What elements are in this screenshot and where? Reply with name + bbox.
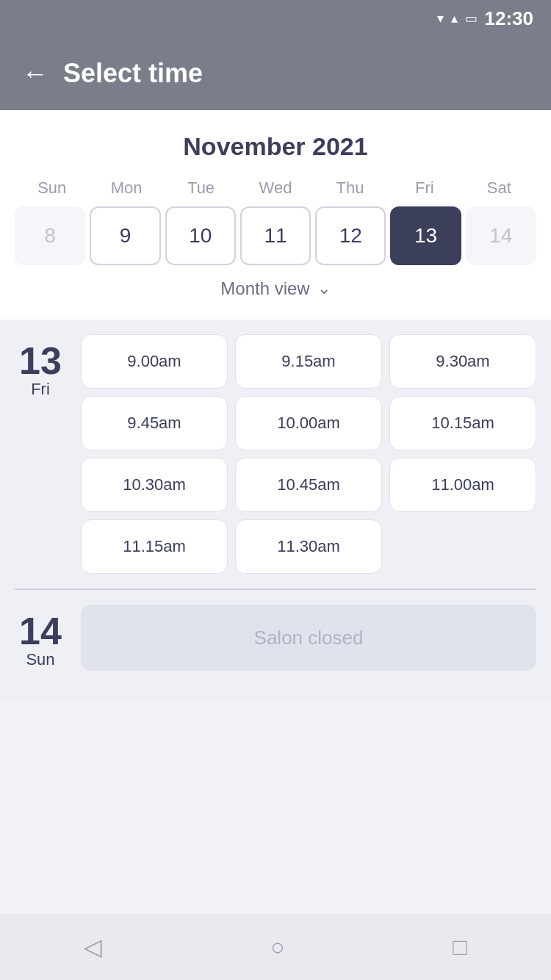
page-title: Select time (63, 58, 203, 89)
time-section: 13 Fri 9.00am 9.15am 9.30am 9.45am 10.00… (0, 320, 551, 700)
bottom-nav: ◁ ○ □ (0, 914, 551, 980)
battery-icon: ▭ (465, 10, 478, 26)
day-block-14: 14 Sun Salon closed (15, 605, 536, 671)
slot-930am[interactable]: 9.30am (389, 334, 536, 389)
day-10[interactable]: 10 (165, 206, 236, 265)
slot-1045am[interactable]: 10.45am (235, 458, 382, 512)
recent-nav-icon[interactable]: □ (453, 934, 467, 961)
weekday-mon: Mon (89, 179, 163, 198)
day-name-13: Fri (31, 380, 50, 399)
slot-1000am[interactable]: 10.00am (235, 396, 382, 450)
calendar-section: November 2021 Sun Mon Tue Wed Thu Fri Sa… (0, 110, 551, 320)
wifi-icon: ▾ (437, 10, 444, 26)
weekday-tue: Tue (164, 179, 238, 198)
back-button[interactable]: ← (22, 60, 48, 87)
day-label-14: 14 Sun (15, 605, 66, 671)
slot-1115am[interactable]: 11.15am (81, 519, 228, 574)
slot-915am[interactable]: 9.15am (235, 334, 382, 389)
status-bar: ▾ ▴ ▭ 12:30 (0, 0, 551, 37)
weekday-fri: Fri (387, 179, 461, 198)
month-year-title: November 2021 (15, 132, 536, 161)
slot-1130am[interactable]: 11.30am (235, 519, 382, 574)
day-12[interactable]: 12 (315, 206, 386, 265)
day-9[interactable]: 9 (90, 206, 160, 265)
app-header: ← Select time (0, 37, 551, 110)
month-view-label: Month view (220, 278, 309, 299)
weekday-wed: Wed (238, 179, 312, 198)
days-row: 8 9 10 11 12 13 14 (15, 206, 536, 265)
slot-1100am[interactable]: 11.00am (389, 458, 536, 512)
home-nav-icon[interactable]: ○ (270, 934, 284, 961)
weekday-sun: Sun (15, 179, 89, 198)
day-11[interactable]: 11 (240, 206, 311, 265)
day-name-14: Sun (26, 650, 54, 669)
day-num-14: 14 (19, 612, 62, 650)
day-8[interactable]: 8 (15, 206, 85, 265)
slot-900am[interactable]: 9.00am (81, 334, 228, 389)
month-view-toggle[interactable]: Month view ⌄ (15, 265, 536, 305)
chevron-down-icon: ⌄ (317, 279, 331, 298)
day-14[interactable]: 14 (466, 206, 536, 265)
status-time: 12:30 (485, 7, 534, 30)
day-13[interactable]: 13 (390, 206, 461, 265)
salon-closed-label: Salon closed (81, 605, 536, 671)
day-block-13: 13 Fri 9.00am 9.15am 9.30am 9.45am 10.00… (15, 334, 536, 574)
signal-icon: ▴ (451, 10, 458, 26)
day-num-13: 13 (19, 342, 62, 380)
slot-945am[interactable]: 9.45am (81, 396, 228, 450)
section-divider (15, 588, 536, 590)
weekdays-row: Sun Mon Tue Wed Thu Fri Sat (15, 179, 536, 198)
day-label-13: 13 Fri (15, 334, 66, 574)
weekday-sat: Sat (462, 179, 536, 198)
slot-1015am[interactable]: 10.15am (389, 396, 536, 450)
weekday-thu: Thu (313, 179, 387, 198)
slots-grid-13: 9.00am 9.15am 9.30am 9.45am 10.00am 10.1… (81, 334, 536, 574)
slot-1030am[interactable]: 10.30am (81, 458, 228, 512)
back-nav-icon[interactable]: ◁ (84, 933, 102, 961)
